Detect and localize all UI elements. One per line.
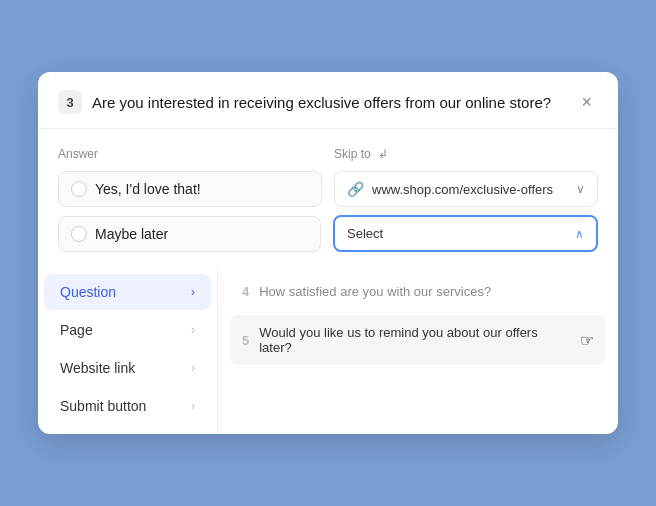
radio-1[interactable] [71,181,87,197]
close-button[interactable]: × [575,91,598,113]
questions-panel: 4 How satisfied are you with our service… [218,266,618,434]
skipto-dropdown-1[interactable]: 🔗 www.shop.com/exclusive-offers ∨ [334,171,598,207]
answer-row: Yes, I'd love that! 🔗 www.shop.com/exclu… [58,171,598,207]
sidebar-item-question[interactable]: Question › [44,274,211,310]
modal-body: Answer Skip to ↲ Yes, I'd love that! 🔗 w… [38,129,618,252]
chevron-right-icon-website: › [191,361,195,375]
sidebar-item-submit-button[interactable]: Submit button › [44,388,211,424]
skipto-value-1: www.shop.com/exclusive-offers [372,182,568,197]
answer-field-2: Maybe later [58,216,321,252]
chevron-right-icon-page: › [191,323,195,337]
question-number-5: 5 [242,333,249,348]
sidebar-item-website-link[interactable]: Website link › [44,350,211,386]
skipto-dropdown-2[interactable]: Select ∧ [333,215,598,252]
sidebar-menu: Question › Page › Website link › Submit … [38,266,218,434]
question-number-badge: 3 [58,90,82,114]
sidebar-label-question: Question [60,284,116,300]
chevron-right-icon-submit: › [191,399,195,413]
chevron-down-icon-1: ∨ [576,182,585,196]
question-item-5[interactable]: 5 Would you like us to remind you about … [230,315,606,365]
modal: 3 Are you interested in receiving exclus… [38,72,618,434]
answer-row-2: Maybe later Select ∧ [58,215,598,252]
radio-2[interactable] [71,226,87,242]
question-text-4: How satisfied are you with our services? [259,284,594,299]
sidebar-label-submit: Submit button [60,398,146,414]
question-text-5: Would you like us to remind you about ou… [259,325,570,355]
answer-rows: Yes, I'd love that! 🔗 www.shop.com/exclu… [58,171,598,252]
columns-header: Answer Skip to ↲ [58,147,598,161]
skipto-value-2: Select [347,226,567,241]
modal-header: 3 Are you interested in receiving exclus… [38,72,618,129]
modal-bottom: Question › Page › Website link › Submit … [38,266,618,434]
cursor-icon: ☞ [580,331,594,350]
sidebar-item-page[interactable]: Page › [44,312,211,348]
question-item-4[interactable]: 4 How satisfied are you with our service… [230,274,606,309]
answer-field-1: Yes, I'd love that! [58,171,322,207]
modal-title-row: 3 Are you interested in receiving exclus… [58,90,551,114]
answer-column-label: Answer [58,147,322,161]
chevron-up-icon-2: ∧ [575,227,584,241]
modal-title: Are you interested in receiving exclusiv… [92,94,551,111]
chevron-right-icon-question: › [191,285,195,299]
question-number-4: 4 [242,284,249,299]
sidebar-label-page: Page [60,322,93,338]
answer-text-2: Maybe later [95,226,168,242]
sidebar-label-website-link: Website link [60,360,135,376]
answer-text-1: Yes, I'd love that! [95,181,201,197]
skipto-column-label: Skip to ↲ [334,147,598,161]
link-icon: 🔗 [347,181,364,197]
